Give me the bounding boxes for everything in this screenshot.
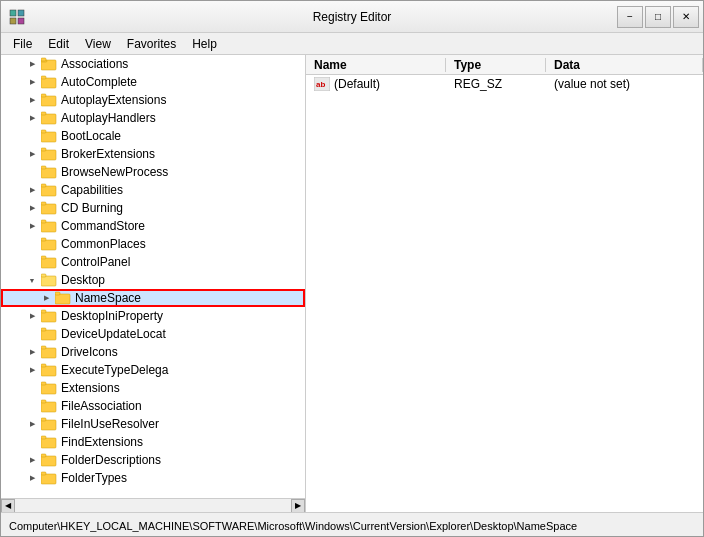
menu-help[interactable]: Help (184, 35, 225, 53)
tree-item-extensions[interactable]: Extensions (1, 379, 305, 397)
tree-item-desktopiniproperty[interactable]: DesktopIniProperty (1, 307, 305, 325)
reg-sz-icon: ab (314, 77, 330, 91)
cell-name-default: ab (Default) (306, 77, 446, 91)
svg-rect-14 (41, 130, 46, 133)
tree-item-bootlocale[interactable]: BootLocale (1, 127, 305, 145)
tree-item-executetypedelega[interactable]: ExecuteTypeDelega (1, 361, 305, 379)
svg-rect-50 (41, 454, 46, 457)
expand-foldertypes[interactable] (25, 471, 39, 485)
tree-item-capabilities[interactable]: Capabilities (1, 181, 305, 199)
svg-rect-45 (41, 420, 56, 430)
expand-commandstore[interactable] (25, 219, 39, 233)
svg-rect-40 (41, 364, 46, 367)
svg-rect-36 (41, 328, 46, 331)
tree-item-commandstore[interactable]: CommandStore (1, 217, 305, 235)
expand-driveicons[interactable] (25, 345, 39, 359)
h-scroll-right[interactable]: ▶ (291, 499, 305, 513)
detail-row-default[interactable]: ab (Default) REG_SZ (value not set) (306, 75, 703, 93)
detail-header: Name Type Data (306, 55, 703, 75)
tree-label-findextensions: FindExtensions (59, 435, 143, 449)
expand-autocomplete[interactable] (25, 75, 39, 89)
svg-rect-15 (41, 150, 56, 160)
value-name-default: (Default) (334, 77, 380, 91)
tree-item-associations[interactable]: Associations (1, 55, 305, 73)
expand-executetypedelega[interactable] (25, 363, 39, 377)
svg-rect-18 (41, 166, 46, 169)
expand-folderdescriptions[interactable] (25, 453, 39, 467)
folder-icon-folderdescriptions (41, 453, 57, 467)
folder-icon-executetypedelega (41, 363, 57, 377)
menu-file[interactable]: File (5, 35, 40, 53)
folder-icon-autoplayextensions (41, 93, 57, 107)
h-scrollbar[interactable]: ◀ ▶ (1, 498, 305, 512)
svg-rect-17 (41, 168, 56, 178)
tree-label-deviceupdatelocat: DeviceUpdateLocat (59, 327, 166, 341)
expand-desktop[interactable] (25, 273, 39, 287)
svg-rect-34 (41, 310, 46, 313)
expand-autoplayextensions[interactable] (25, 93, 39, 107)
svg-rect-29 (41, 276, 56, 286)
tree-item-autocomplete[interactable]: AutoComplete (1, 73, 305, 91)
minimize-button[interactable]: − (617, 6, 643, 28)
h-scroll-left[interactable]: ◀ (1, 499, 15, 513)
expand-namespace[interactable] (39, 291, 53, 305)
expand-associations[interactable] (25, 57, 39, 71)
tree-item-browsenewprocess[interactable]: BrowseNewProcess (1, 163, 305, 181)
tree-scroll[interactable]: Associations AutoComplete AutoplayExtens… (1, 55, 305, 498)
tree-item-foldertypes[interactable]: FolderTypes (1, 469, 305, 487)
folder-icon-findextensions (41, 435, 57, 449)
svg-rect-10 (41, 94, 46, 97)
folder-icon-fileinuseresolver (41, 417, 57, 431)
tree-item-folderdescriptions[interactable]: FolderDescriptions (1, 451, 305, 469)
menu-edit[interactable]: Edit (40, 35, 77, 53)
maximize-button[interactable]: □ (645, 6, 671, 28)
close-button[interactable]: ✕ (673, 6, 699, 28)
tree-item-desktop[interactable]: Desktop (1, 271, 305, 289)
title-bar: Registry Editor − □ ✕ (1, 1, 703, 33)
tree-item-driveicons[interactable]: DriveIcons (1, 343, 305, 361)
tree-item-brokerextensions[interactable]: BrokerExtensions (1, 145, 305, 163)
status-bar: Computer\HKEY_LOCAL_MACHINE\SOFTWARE\Mic… (1, 512, 703, 537)
tree-label-fileinuseresolver: FileInUseResolver (59, 417, 159, 431)
expand-autoplayhandlers[interactable] (25, 111, 39, 125)
expand-desktopiniproperty[interactable] (25, 309, 39, 323)
tree-item-autoplayextensions[interactable]: AutoplayExtensions (1, 91, 305, 109)
folder-icon-bootlocale (41, 129, 57, 143)
tree-label-autocomplete: AutoComplete (59, 75, 137, 89)
svg-rect-33 (41, 312, 56, 322)
tree-label-driveicons: DriveIcons (59, 345, 118, 359)
svg-rect-52 (41, 472, 46, 475)
folder-icon-desktop (41, 273, 57, 287)
tree-item-cdburning[interactable]: CD Burning (1, 199, 305, 217)
folder-icon-foldertypes (41, 471, 57, 485)
folder-icon-fileassociation (41, 399, 57, 413)
tree-label-browsenewprocess: BrowseNewProcess (59, 165, 168, 179)
tree-item-namespace[interactable]: NameSpace (1, 289, 305, 307)
tree-item-autoplayhandlers[interactable]: AutoplayHandlers (1, 109, 305, 127)
folder-icon-controlpanel (41, 255, 57, 269)
svg-rect-6 (41, 58, 46, 61)
tree-item-fileinuseresolver[interactable]: FileInUseResolver (1, 415, 305, 433)
svg-rect-9 (41, 96, 56, 106)
tree-item-deviceupdatelocat[interactable]: DeviceUpdateLocat (1, 325, 305, 343)
expand-brokerextensions[interactable] (25, 147, 39, 161)
expand-capabilities[interactable] (25, 183, 39, 197)
tree-item-fileassociation[interactable]: FileAssociation (1, 397, 305, 415)
window-title: Registry Editor (313, 10, 392, 24)
menu-favorites[interactable]: Favorites (119, 35, 184, 53)
tree-label-executetypedelega: ExecuteTypeDelega (59, 363, 168, 377)
tree-item-findextensions[interactable]: FindExtensions (1, 433, 305, 451)
svg-rect-35 (41, 330, 56, 340)
expand-cdburning[interactable] (25, 201, 39, 215)
svg-rect-24 (41, 220, 46, 223)
svg-rect-3 (18, 18, 24, 24)
svg-rect-21 (41, 204, 56, 214)
tree-label-associations: Associations (59, 57, 128, 71)
tree-item-controlpanel[interactable]: ControlPanel (1, 253, 305, 271)
tree-item-commonplaces[interactable]: CommonPlaces (1, 235, 305, 253)
tree-label-extensions: Extensions (59, 381, 120, 395)
folder-icon-desktopiniproperty (41, 309, 57, 323)
menu-view[interactable]: View (77, 35, 119, 53)
folder-icon-autoplayhandlers (41, 111, 57, 125)
expand-fileinuseresolver[interactable] (25, 417, 39, 431)
